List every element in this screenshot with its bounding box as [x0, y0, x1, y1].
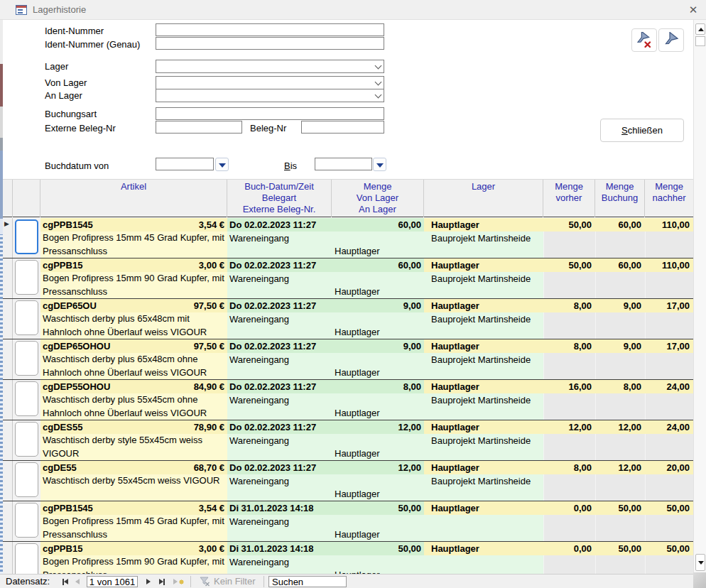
artikel-cell: cgPPB15453,54 € Bogen Profipress 15mm 45… [40, 218, 227, 258]
menge: 9,00 [332, 299, 424, 312]
scroll-down-button[interactable] [695, 554, 705, 571]
von-lager [332, 474, 424, 488]
buch-datum-cell: Do 02.02.2023 11:27 Wareneingang [227, 461, 332, 501]
row-button[interactable] [15, 219, 38, 254]
menge-buchung-cell: 60,00 [595, 258, 645, 298]
table-row[interactable]: ▶ cgDEP65OHOU97,50 € Waschtisch derby pl… [3, 339, 693, 380]
lager-combobox-input[interactable] [156, 60, 384, 73]
record-navigation-bar: Datensatz: Kein Filter [0, 574, 693, 588]
artikel-code: cgDEP55OHOU [43, 380, 110, 393]
filter-apply-button[interactable] [658, 28, 684, 52]
bis-input[interactable] [315, 158, 372, 170]
buch-datum: Di 31.01.2023 14:18 [227, 501, 332, 515]
menge-buchung: 8,00 [595, 380, 645, 393]
datensatz-label: Datensatz: [6, 575, 50, 588]
an-lager: Hauptlager [332, 407, 424, 420]
menge: 12,00 [332, 420, 424, 434]
row-selector[interactable]: ▶ [3, 420, 13, 460]
row-button[interactable] [15, 381, 38, 416]
row-button[interactable] [15, 260, 38, 295]
filter-remove-button[interactable] [631, 28, 657, 52]
scroll-up-button[interactable] [695, 23, 705, 35]
table-row[interactable]: ▶ cgPPB15453,54 € Bogen Profipress 15mm … [3, 501, 693, 542]
new-record-button[interactable] [173, 578, 184, 585]
row-button[interactable] [15, 422, 38, 457]
no-filter-icon [200, 577, 210, 588]
ident-nummer-genau-input[interactable] [156, 37, 384, 50]
menge: 8,00 [332, 380, 424, 393]
lager-cell: Hauptlager Bauprojekt Martinsheide [424, 258, 543, 298]
buchdatum-von-input[interactable] [156, 158, 214, 170]
last-record-button[interactable] [159, 578, 165, 585]
previous-record-button[interactable] [75, 578, 80, 585]
externe-beleg [227, 366, 332, 379]
menge-vorher: 12,00 [543, 420, 595, 434]
bis-dropdown-button[interactable] [373, 158, 386, 171]
row-button[interactable] [15, 300, 38, 335]
von-lager [332, 232, 424, 245]
beleg-nr-input[interactable] [301, 121, 384, 134]
artikel-preis: 68,70 € [194, 461, 224, 474]
row-selector[interactable]: ▶ [3, 339, 13, 379]
table-row[interactable]: ▶ cgDEP55OHOU84,90 € Waschtisch derby pl… [3, 380, 693, 420]
menge-vorher-cell: 8,00 [543, 299, 595, 339]
von-lager-combobox[interactable] [156, 76, 384, 89]
vertical-scrollbar[interactable] [693, 20, 706, 572]
projekt: Bauprojekt Martinsheide [424, 474, 543, 488]
menge-nachher: 24,00 [645, 420, 693, 434]
menge-buchung: 9,00 [595, 299, 645, 312]
buchdatum-von-dropdown-button[interactable] [215, 158, 229, 171]
scrollbar-thumb[interactable] [695, 36, 705, 46]
row-button[interactable] [15, 462, 38, 497]
row-gutter [13, 339, 40, 379]
lager-combobox[interactable] [156, 60, 384, 73]
an-lager: Hauptlager [332, 366, 424, 379]
table-row[interactable]: ▶ cgPPB153,00 € Bogen Profipress 15mm 90… [3, 258, 693, 299]
close-icon[interactable]: ✕ [686, 3, 700, 17]
row-selector[interactable]: ▶ [3, 299, 13, 339]
menge-buchung-cell: 12,00 [595, 461, 645, 501]
row-selector[interactable]: ▶ [3, 218, 13, 258]
row-selector[interactable]: ▶ [3, 461, 13, 501]
row-button[interactable] [15, 341, 38, 376]
von-lager-combobox-input[interactable] [156, 76, 384, 89]
row-selector[interactable]: ▶ [3, 258, 13, 298]
table-row[interactable]: ▶ cgDE5568,70 € Waschtisch derby 55x45cm… [3, 461, 693, 501]
lager-name: Hauptlager [424, 542, 543, 555]
artikel-cell: cgDEP55OHOU84,90 € Waschtisch derby plus… [40, 380, 227, 420]
menge-vorher: 50,00 [543, 258, 595, 272]
menge-buchung-cell: 50,00 [595, 501, 645, 541]
header-buch-datum: Buch-Datum/ZeitBelegartExterne Beleg-Nr. [227, 180, 332, 217]
menge: 60,00 [332, 258, 424, 272]
externe-beleg-input[interactable] [156, 121, 242, 134]
schliessen-button[interactable]: Schließen [600, 119, 684, 142]
buchungsart-input[interactable] [156, 107, 384, 120]
arrow-down-icon [698, 561, 704, 565]
row-button[interactable] [15, 503, 38, 538]
lager-label: Lager [45, 61, 68, 72]
bis-label: Bis [284, 160, 297, 172]
an-lager-combobox-input[interactable] [156, 89, 384, 102]
menge-vorher: 0,00 [543, 542, 595, 555]
ident-nummer-input[interactable] [156, 23, 384, 36]
filter-icon [663, 32, 680, 49]
row-button[interactable] [15, 543, 38, 578]
table-row[interactable]: ▶ cgDES5578,90 € Waschtisch derby style … [3, 420, 693, 461]
an-lager-combobox[interactable] [156, 89, 384, 102]
search-input[interactable] [268, 576, 347, 587]
row-selector[interactable]: ▶ [3, 380, 13, 420]
next-record-button[interactable] [146, 578, 151, 585]
buch-datum: Do 02.02.2023 11:27 [227, 380, 332, 393]
header-menge-buchung: MengeBuchung [595, 180, 645, 217]
artikel-beschreibung: Waschtisch derby plus 65x48cm mit Hahnlo… [40, 312, 227, 339]
first-record-button[interactable] [63, 578, 68, 585]
artikel-preis: 84,90 € [194, 380, 224, 393]
menge-cell: 9,00 Hauptlager [332, 299, 424, 339]
record-position-input[interactable] [87, 576, 138, 587]
table-row[interactable]: ▶ cgDEP65OU97,50 € Waschtisch derby plus… [3, 299, 693, 339]
table-row[interactable]: ▶ cgPPB15453,54 € Bogen Profipress 15mm … [3, 218, 693, 258]
artikel-cell: cgDE5568,70 € Waschtisch derby 55x45cm w… [40, 461, 227, 501]
buch-datum: Do 02.02.2023 11:27 [227, 461, 332, 474]
row-selector[interactable]: ▶ [3, 501, 13, 541]
beleg-nr-label: Beleg-Nr [250, 123, 286, 134]
